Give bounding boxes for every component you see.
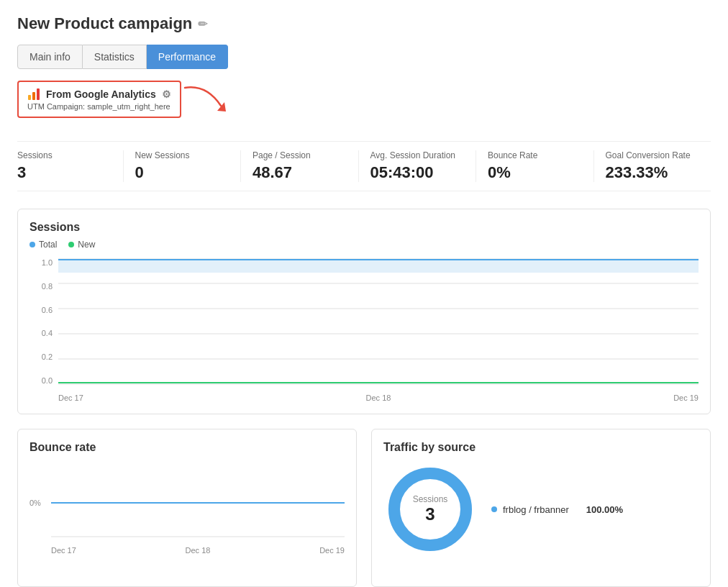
legend-total-label: Total [39,240,57,250]
google-analytics-icon [27,88,40,101]
traffic-legend-dot [491,506,497,512]
legend-new: New [68,240,95,250]
metric-sessions: Sessions 3 [17,150,124,182]
metric-page-session: Page / Session 48.67 [241,150,359,182]
donut-center-value: 3 [413,504,448,524]
tab-performance[interactable]: Performance [147,45,228,69]
bounce-x-labels: Dec 17 Dec 18 Dec 19 [51,546,345,555]
metric-new-sessions: New Sessions 0 [124,150,242,182]
traffic-legend-item: frblog / frbanner 100.00% [491,504,623,515]
chart-x-labels: Dec 17 Dec 18 Dec 19 [58,393,699,402]
donut-center-label: Sessions [413,494,448,504]
analytics-source-box: From Google Analytics ⚙ UTM Campaign: sa… [17,81,181,118]
metric-bounce-rate-value: 0% [488,163,582,182]
legend-new-label: New [78,240,95,250]
metric-bounce-rate-label: Bounce Rate [488,150,582,160]
traffic-legend: frblog / frbanner 100.00% [491,504,623,515]
tab-bar: Main info Statistics Performance [17,45,711,69]
bounce-x-dec17: Dec 17 [51,546,76,555]
svg-rect-1 [32,92,35,100]
tab-statistics[interactable]: Statistics [83,45,147,69]
sessions-chart-legend: Total New [29,240,699,250]
x-label-dec17: Dec 17 [58,393,83,402]
legend-total: Total [29,240,57,250]
chart-svg-area [58,258,699,385]
donut-center: Sessions 3 [413,494,448,524]
traffic-source-title: Traffic by source [383,441,699,454]
legend-new-dot [68,242,74,247]
bounce-x-dec19: Dec 19 [319,546,345,555]
analytics-header: From Google Analytics ⚙ [27,88,171,101]
bounce-rate-card: Bounce rate 0% Dec 17 Dec 18 Dec 1 [17,429,357,587]
analytics-gear-icon[interactable]: ⚙ [162,88,171,100]
x-label-dec19: Dec 19 [673,393,699,402]
page-title-row: New Product campaign ✏ [17,14,711,33]
legend-total-dot [29,242,35,247]
metric-page-session-value: 48.67 [252,163,347,182]
x-label-dec18: Dec 18 [366,393,391,402]
traffic-source-card: Traffic by source Sessions 3 [371,429,711,587]
metric-sessions-value: 3 [17,163,112,182]
arrow-annotation [181,81,232,117]
edit-icon[interactable]: ✏ [198,17,207,31]
svg-rect-2 [37,88,40,100]
tab-main-info[interactable]: Main info [17,45,83,69]
sessions-chart-title: Sessions [29,221,699,234]
traffic-content: Sessions 3 frblog / frbanner 100.00% [383,463,699,556]
chart-y-labels: 1.0 0.8 0.6 0.4 0.2 0.0 [29,258,55,385]
bottom-row: Bounce rate 0% Dec 17 Dec 18 Dec 1 [17,429,711,587]
metrics-row: Sessions 3 New Sessions 0 Page / Session… [17,141,711,191]
svg-rect-0 [28,95,31,100]
metric-goal-conversion: Goal Conversion Rate 233.33% [594,150,711,182]
page-title: New Product campaign [17,14,192,33]
metric-sessions-label: Sessions [17,150,112,160]
metric-new-sessions-label: New Sessions [135,150,229,160]
donut-chart: Sessions 3 [383,463,477,556]
bounce-rate-title: Bounce rate [29,441,345,454]
metric-bounce-rate: Bounce Rate 0% [476,150,594,182]
page-container: New Product campaign ✏ Main info Statist… [0,0,728,587]
traffic-legend-label: frblog / frbanner [503,504,569,515]
sessions-chart-area: 1.0 0.8 0.6 0.4 0.2 0.0 [29,258,699,402]
analytics-source-label: From Google Analytics [46,88,156,100]
bounce-x-dec18: Dec 18 [186,546,211,555]
metric-avg-duration-value: 05:43:00 [370,163,465,182]
metric-avg-duration-label: Avg. Session Duration [370,150,465,160]
traffic-legend-pct: 100.00% [586,504,623,515]
metric-avg-duration: Avg. Session Duration 05:43:00 [359,150,477,182]
sessions-chart-card: Sessions Total New 1.0 0.8 0.6 0.4 0.2 0… [17,209,711,414]
utm-label: UTM Campaign: sample_utm_right_here [27,102,171,111]
metric-page-session-label: Page / Session [252,150,347,160]
bounce-y-labels: 0% [29,468,50,537]
metric-goal-conversion-value: 233.33% [606,163,700,182]
metric-new-sessions-value: 0 [135,163,229,182]
metric-goal-conversion-label: Goal Conversion Rate [606,150,700,160]
bounce-chart-area: 0% Dec 17 Dec 18 Dec 19 [29,468,345,555]
bounce-svg-area [51,468,345,537]
